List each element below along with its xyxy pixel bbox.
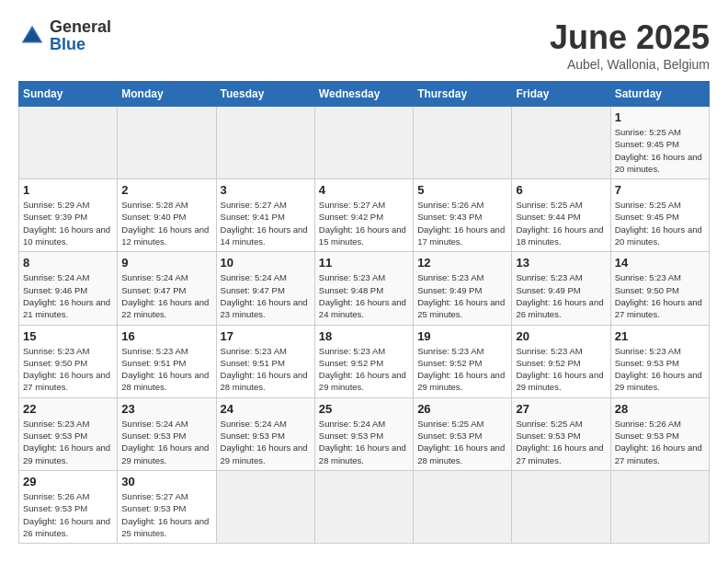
calendar-week-0: 1Sunrise: 5:25 AM Sunset: 9:45 PM Daylig…	[19, 107, 710, 179]
day-number: 17	[221, 329, 311, 343]
calendar-cell: 4Sunrise: 5:27 AM Sunset: 9:42 PM Daylig…	[314, 179, 413, 252]
calendar-cell: 6Sunrise: 5:25 AM Sunset: 9:44 PM Daylig…	[512, 179, 610, 252]
header: General Blue June 2025 Aubel, Wallonia, …	[18, 18, 710, 72]
day-detail: Sunrise: 5:25 AM Sunset: 9:45 PM Dayligh…	[615, 126, 705, 175]
day-number: 16	[121, 329, 211, 343]
calendar-cell: 24Sunrise: 5:24 AM Sunset: 9:53 PM Dayli…	[216, 397, 314, 470]
day-detail: Sunrise: 5:27 AM Sunset: 9:53 PM Dayligh…	[121, 490, 211, 539]
day-detail: Sunrise: 5:23 AM Sunset: 9:52 PM Dayligh…	[417, 345, 507, 394]
day-detail: Sunrise: 5:24 AM Sunset: 9:53 PM Dayligh…	[121, 418, 211, 466]
calendar-cell: 3Sunrise: 5:27 AM Sunset: 9:41 PM Daylig…	[216, 179, 314, 252]
day-number: 4	[319, 183, 409, 197]
calendar-week-1: 1Sunrise: 5:29 AM Sunset: 9:39 PM Daylig…	[19, 179, 710, 252]
calendar-cell	[414, 107, 512, 179]
calendar-cell	[610, 470, 709, 543]
day-detail: Sunrise: 5:23 AM Sunset: 9:52 PM Dayligh…	[319, 345, 409, 394]
calendar-cell: 23Sunrise: 5:24 AM Sunset: 9:53 PM Dayli…	[118, 397, 216, 470]
calendar-week-2: 8Sunrise: 5:24 AM Sunset: 9:46 PM Daylig…	[19, 252, 710, 325]
day-detail: Sunrise: 5:28 AM Sunset: 9:40 PM Dayligh…	[121, 199, 211, 247]
day-number: 11	[319, 256, 409, 270]
day-number: 2	[121, 183, 211, 197]
day-detail: Sunrise: 5:27 AM Sunset: 9:42 PM Dayligh…	[319, 199, 409, 247]
calendar-cell	[19, 107, 118, 179]
day-number: 30	[121, 475, 211, 488]
calendar-cell	[216, 470, 314, 543]
day-number: 23	[121, 402, 211, 416]
day-detail: Sunrise: 5:27 AM Sunset: 9:41 PM Dayligh…	[221, 199, 311, 247]
day-number: 27	[516, 402, 606, 416]
day-detail: Sunrise: 5:23 AM Sunset: 9:50 PM Dayligh…	[615, 271, 705, 320]
calendar-cell: 7Sunrise: 5:25 AM Sunset: 9:45 PM Daylig…	[610, 179, 709, 252]
calendar-cell: 17Sunrise: 5:23 AM Sunset: 9:51 PM Dayli…	[216, 325, 314, 397]
day-detail: Sunrise: 5:23 AM Sunset: 9:50 PM Dayligh…	[23, 345, 113, 394]
day-number: 5	[417, 183, 507, 197]
calendar-cell: 13Sunrise: 5:23 AM Sunset: 9:49 PM Dayli…	[512, 252, 610, 325]
calendar-cell: 19Sunrise: 5:23 AM Sunset: 9:52 PM Dayli…	[414, 325, 512, 397]
calendar-cell	[216, 107, 314, 179]
day-number: 8	[23, 256, 113, 270]
day-number: 19	[417, 329, 507, 343]
logo-text-blue: Blue	[50, 35, 85, 53]
calendar-cell: 10Sunrise: 5:24 AM Sunset: 9:47 PM Dayli…	[216, 252, 314, 325]
day-number: 14	[615, 256, 705, 270]
calendar-cell	[512, 470, 610, 543]
day-detail: Sunrise: 5:24 AM Sunset: 9:47 PM Dayligh…	[221, 271, 311, 320]
calendar-cell: 18Sunrise: 5:23 AM Sunset: 9:52 PM Dayli…	[314, 325, 413, 397]
calendar-cell: 11Sunrise: 5:23 AM Sunset: 9:48 PM Dayli…	[314, 252, 413, 325]
calendar-cell: 1Sunrise: 5:29 AM Sunset: 9:39 PM Daylig…	[19, 179, 118, 252]
calendar-header-row: SundayMondayTuesdayWednesdayThursdayFrid…	[19, 82, 710, 107]
calendar-cell: 27Sunrise: 5:25 AM Sunset: 9:53 PM Dayli…	[512, 397, 610, 470]
day-detail: Sunrise: 5:24 AM Sunset: 9:53 PM Dayligh…	[221, 418, 311, 466]
calendar-cell: 16Sunrise: 5:23 AM Sunset: 9:51 PM Dayli…	[118, 325, 216, 397]
calendar-table: SundayMondayTuesdayWednesdayThursdayFrid…	[18, 81, 710, 544]
calendar-cell	[118, 107, 216, 179]
day-detail: Sunrise: 5:26 AM Sunset: 9:53 PM Dayligh…	[23, 490, 113, 539]
calendar-cell	[314, 107, 413, 179]
calendar-week-3: 15Sunrise: 5:23 AM Sunset: 9:50 PM Dayli…	[19, 325, 710, 397]
calendar-cell: 2Sunrise: 5:28 AM Sunset: 9:40 PM Daylig…	[118, 179, 216, 252]
day-number: 18	[319, 329, 409, 343]
calendar-cell	[414, 470, 512, 543]
logo-icon	[18, 22, 46, 50]
calendar-cell: 30Sunrise: 5:27 AM Sunset: 9:53 PM Dayli…	[118, 470, 216, 543]
calendar-week-5: 29Sunrise: 5:26 AM Sunset: 9:53 PM Dayli…	[19, 470, 710, 543]
day-detail: Sunrise: 5:24 AM Sunset: 9:47 PM Dayligh…	[121, 271, 211, 320]
calendar-cell: 12Sunrise: 5:23 AM Sunset: 9:49 PM Dayli…	[414, 252, 512, 325]
day-number: 3	[221, 183, 311, 197]
calendar-cell: 28Sunrise: 5:26 AM Sunset: 9:53 PM Dayli…	[610, 397, 709, 470]
calendar-cell: 26Sunrise: 5:25 AM Sunset: 9:53 PM Dayli…	[414, 397, 512, 470]
day-number: 22	[23, 402, 113, 416]
calendar-week-4: 22Sunrise: 5:23 AM Sunset: 9:53 PM Dayli…	[19, 397, 710, 470]
day-detail: Sunrise: 5:23 AM Sunset: 9:49 PM Dayligh…	[516, 271, 606, 320]
day-detail: Sunrise: 5:24 AM Sunset: 9:46 PM Dayligh…	[23, 271, 113, 320]
calendar-cell: 20Sunrise: 5:23 AM Sunset: 9:52 PM Dayli…	[512, 325, 610, 397]
header-cell-sunday: Sunday	[19, 82, 118, 107]
day-detail: Sunrise: 5:24 AM Sunset: 9:53 PM Dayligh…	[319, 418, 409, 466]
day-detail: Sunrise: 5:29 AM Sunset: 9:39 PM Dayligh…	[23, 199, 113, 247]
calendar-cell: 21Sunrise: 5:23 AM Sunset: 9:53 PM Dayli…	[610, 325, 709, 397]
logo: General Blue	[18, 18, 111, 53]
day-detail: Sunrise: 5:25 AM Sunset: 9:53 PM Dayligh…	[516, 418, 606, 466]
calendar-cell	[314, 470, 413, 543]
calendar-cell: 29Sunrise: 5:26 AM Sunset: 9:53 PM Dayli…	[19, 470, 118, 543]
calendar-cell: 14Sunrise: 5:23 AM Sunset: 9:50 PM Dayli…	[610, 252, 709, 325]
day-detail: Sunrise: 5:23 AM Sunset: 9:53 PM Dayligh…	[615, 345, 705, 394]
day-detail: Sunrise: 5:26 AM Sunset: 9:43 PM Dayligh…	[417, 199, 507, 247]
header-cell-tuesday: Tuesday	[216, 82, 314, 107]
day-number: 10	[221, 256, 311, 270]
header-cell-friday: Friday	[512, 82, 610, 107]
month-title: June 2025	[550, 18, 710, 57]
day-detail: Sunrise: 5:23 AM Sunset: 9:51 PM Dayligh…	[221, 345, 311, 394]
day-number: 1	[615, 110, 705, 124]
day-detail: Sunrise: 5:25 AM Sunset: 9:44 PM Dayligh…	[516, 199, 606, 247]
day-number: 12	[417, 256, 507, 270]
day-number: 13	[516, 256, 606, 270]
calendar-cell: 22Sunrise: 5:23 AM Sunset: 9:53 PM Dayli…	[19, 397, 118, 470]
day-number: 24	[221, 402, 311, 416]
day-detail: Sunrise: 5:26 AM Sunset: 9:53 PM Dayligh…	[615, 418, 705, 466]
calendar-cell: 1Sunrise: 5:25 AM Sunset: 9:45 PM Daylig…	[610, 107, 709, 179]
title-area: June 2025 Aubel, Wallonia, Belgium	[550, 18, 710, 72]
day-number: 6	[516, 183, 606, 197]
day-detail: Sunrise: 5:23 AM Sunset: 9:52 PM Dayligh…	[516, 345, 606, 394]
header-cell-monday: Monday	[118, 82, 216, 107]
